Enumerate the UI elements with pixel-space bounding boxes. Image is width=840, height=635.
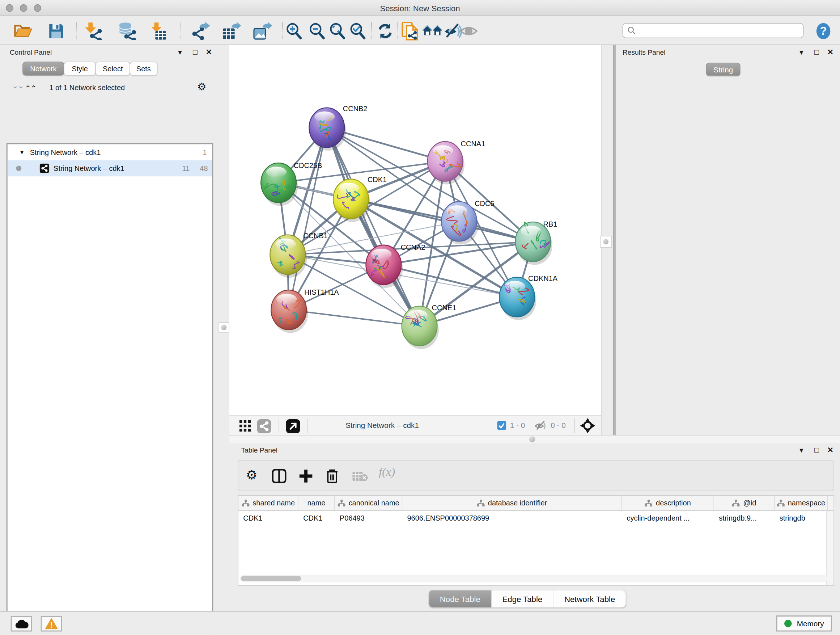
clone-network-button[interactable] bbox=[400, 21, 420, 41]
tab-sets[interactable]: Sets bbox=[129, 62, 157, 76]
selected-checkbox-icon[interactable] bbox=[497, 421, 506, 430]
toolbar-search-box[interactable] bbox=[622, 23, 804, 38]
network-node-RB1[interactable]: RB1 bbox=[515, 220, 557, 264]
zoom-in-button[interactable] bbox=[284, 21, 304, 41]
string-badge-icon[interactable] bbox=[257, 419, 271, 433]
network-node-HIST1H1A[interactable]: HIST1H1A bbox=[271, 288, 339, 333]
close-panel-icon[interactable]: ✕ bbox=[206, 48, 212, 57]
cloud-status-button[interactable] bbox=[11, 616, 32, 632]
control-panel-tabs: NetworkStyleSelectSets bbox=[22, 62, 157, 76]
column-header-database-identifier[interactable]: database identifier bbox=[402, 496, 622, 510]
close-panel-icon[interactable]: ✕ bbox=[827, 446, 833, 454]
table-cell[interactable]: 9606.ENSP00000378699 bbox=[402, 511, 622, 525]
network-node-CDC6[interactable]: CDC6 bbox=[441, 200, 494, 245]
column-header-description[interactable]: description bbox=[622, 496, 714, 510]
network-options-gear-icon[interactable]: ⚙ bbox=[197, 80, 206, 93]
network-edge-CCNB2-HIST1H1A[interactable] bbox=[289, 127, 327, 310]
network-node-CCNE1[interactable]: CCNE1 bbox=[402, 304, 456, 349]
column-header-canonical-name[interactable]: canonical name bbox=[335, 496, 403, 510]
help-button[interactable]: ? bbox=[813, 21, 834, 41]
table-hscrollbar[interactable] bbox=[240, 575, 827, 582]
birds-eye-view-icon[interactable] bbox=[239, 420, 252, 433]
panel-menu-icon[interactable]: ▼ bbox=[798, 447, 805, 454]
table-cell[interactable]: CDK1 bbox=[298, 511, 335, 525]
tab-style[interactable]: Style bbox=[64, 62, 96, 76]
table-hscrollbar-thumb[interactable] bbox=[241, 576, 301, 581]
save-session-button[interactable] bbox=[46, 21, 66, 41]
float-panel-icon[interactable]: □ bbox=[814, 48, 819, 57]
float-panel-icon[interactable]: □ bbox=[814, 446, 819, 454]
close-panel-icon[interactable]: ✕ bbox=[827, 48, 833, 57]
network-row[interactable]: String Network – cdk1 11 48 bbox=[8, 160, 212, 176]
function-builder-icon: f(x) bbox=[379, 465, 395, 479]
warnings-button[interactable] bbox=[41, 616, 62, 632]
node-label-CCNA1: CCNA1 bbox=[461, 140, 485, 148]
results-panel-splitter-line bbox=[614, 45, 616, 435]
delete-column-trash-icon[interactable] bbox=[325, 468, 339, 484]
network-node-CCNA2[interactable]: CCNA2 bbox=[366, 243, 425, 288]
first-neighbors-button[interactable] bbox=[422, 21, 442, 41]
main-toolbar: ? bbox=[0, 16, 840, 45]
network-node-CCNB2[interactable]: CCNB2 bbox=[309, 105, 367, 151]
add-column-icon[interactable] bbox=[298, 469, 313, 483]
column-header--id[interactable]: @id bbox=[714, 496, 775, 510]
tree-expander-icon[interactable]: ▼ bbox=[19, 149, 25, 155]
network-node-CCNA1[interactable]: CCNA1 bbox=[428, 140, 485, 184]
column-header-shared-name[interactable]: shared name bbox=[238, 496, 298, 510]
memory-button[interactable]: Memory bbox=[776, 616, 832, 631]
column-header-name[interactable]: name bbox=[298, 496, 335, 510]
table-cell[interactable]: stringdb bbox=[775, 511, 828, 525]
show-columns-icon[interactable] bbox=[272, 469, 286, 483]
table-row[interactable]: CDK1CDK1P064939606.ENSP00000378699cyclin… bbox=[238, 511, 834, 525]
splitter-handle[interactable] bbox=[600, 236, 612, 248]
column-header-namespace[interactable]: namespace bbox=[775, 496, 828, 510]
export-network-button[interactable] bbox=[190, 21, 210, 41]
panel-menu-icon[interactable]: ▼ bbox=[798, 49, 805, 57]
apply-layout-button[interactable] bbox=[375, 21, 395, 41]
zoom-fit-button[interactable] bbox=[327, 21, 347, 41]
tab-select[interactable]: Select bbox=[95, 62, 130, 76]
import-network-button[interactable] bbox=[83, 21, 103, 41]
table-panel-title: Table Panel bbox=[241, 446, 278, 454]
fit-content-crosshair-icon[interactable] bbox=[580, 418, 595, 433]
collapse-all-tree-icon[interactable]: ⌄⌄ bbox=[12, 81, 23, 91]
tab-string[interactable]: String bbox=[706, 63, 741, 76]
table-cell[interactable]: CDK1 bbox=[238, 511, 298, 525]
zoom-selected-button[interactable] bbox=[347, 21, 368, 41]
panel-menu-icon[interactable]: ▼ bbox=[177, 49, 183, 57]
table-header-row: shared namenamecanonical namedatabase id… bbox=[238, 496, 834, 511]
tab-node-table[interactable]: Node Table bbox=[429, 590, 492, 607]
tab-network-table[interactable]: Network Table bbox=[554, 590, 626, 607]
search-input[interactable] bbox=[639, 26, 799, 35]
import-table-button[interactable] bbox=[148, 21, 168, 41]
show-all-button[interactable] bbox=[459, 21, 479, 41]
table-vscrollbar[interactable] bbox=[826, 511, 833, 585]
export-table-button[interactable] bbox=[221, 21, 242, 41]
column-type-icon bbox=[645, 499, 653, 507]
network-canvas[interactable]: CCNB2CCNA1CDC25BCDK1CDC6RB1CCNB1CCNA2CDK… bbox=[229, 45, 601, 415]
network-node-CDKN1A[interactable]: CDKN1A bbox=[499, 274, 558, 320]
edge-count: 48 bbox=[200, 165, 208, 172]
column-header-label: canonical name bbox=[349, 499, 399, 507]
import-network-from-database-button[interactable] bbox=[117, 21, 137, 41]
column-type-icon bbox=[477, 499, 485, 507]
float-panel-icon[interactable]: □ bbox=[193, 48, 197, 57]
tab-network[interactable]: Network bbox=[22, 62, 65, 76]
export-image-button[interactable] bbox=[252, 21, 272, 41]
zoom-out-button[interactable] bbox=[307, 21, 327, 41]
column-type-icon bbox=[732, 499, 740, 507]
table-cell[interactable]: P06493 bbox=[335, 511, 403, 525]
table-cell[interactable]: stringdb:9... bbox=[714, 511, 775, 525]
splitter-handle[interactable] bbox=[218, 322, 229, 333]
expand-all-tree-icon[interactable]: ⌃⌃ bbox=[25, 84, 36, 93]
network-collection-row[interactable]: ▼ String Network – cdk1 1 bbox=[8, 144, 212, 160]
open-session-button[interactable] bbox=[13, 21, 33, 41]
network-edge-HIST1H1A-CCNE1[interactable] bbox=[289, 310, 419, 326]
tab-edge-table[interactable]: Edge Table bbox=[492, 590, 554, 607]
selected-node-edge-counts: 1 - 0 bbox=[510, 421, 525, 429]
table-options-gear-icon[interactable]: ⚙ bbox=[246, 467, 257, 482]
table-cell[interactable]: cyclin-dependent ... bbox=[622, 511, 714, 525]
export-network-icon bbox=[191, 22, 210, 40]
open-in-window-icon[interactable] bbox=[286, 419, 300, 433]
splitter-handle-dot[interactable] bbox=[529, 436, 535, 442]
